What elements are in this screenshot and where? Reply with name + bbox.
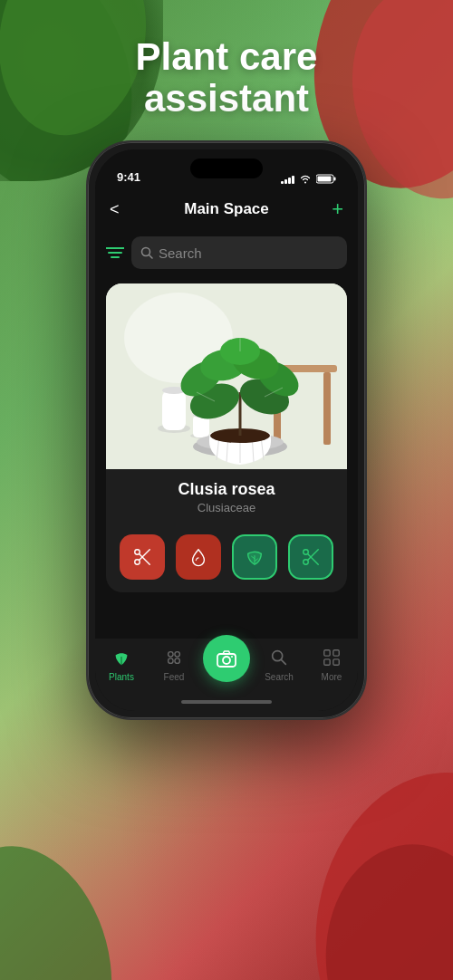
phone-screen: 9:41 (95, 149, 358, 711)
status-icons (281, 174, 336, 184)
svg-line-54 (308, 554, 318, 564)
camera-icon (216, 648, 237, 669)
header-title: Main Space (184, 200, 269, 218)
plant-name: Clusia rosea (120, 480, 333, 499)
leaf-bottom-left-decoration (0, 799, 136, 980)
water-drop-icon (188, 547, 208, 567)
scissors-icon (132, 547, 152, 567)
plant-illustration (106, 283, 347, 469)
feed-nav-icon (162, 646, 186, 669)
plant-family: Clusiaceae (120, 501, 333, 514)
status-bar: 9:41 (95, 149, 358, 189)
svg-point-63 (231, 656, 233, 658)
camera-center-button[interactable] (203, 635, 250, 682)
svg-rect-67 (333, 650, 339, 656)
plants-nav-icon (110, 646, 133, 669)
nav-item-more[interactable]: More (305, 646, 358, 682)
svg-point-62 (223, 657, 230, 664)
nav-item-camera[interactable] (200, 646, 253, 682)
search-nav-icon (267, 646, 291, 669)
add-button[interactable]: + (318, 197, 343, 221)
svg-rect-19 (323, 372, 331, 445)
svg-line-65 (281, 659, 285, 664)
wifi-icon (299, 175, 312, 184)
nav-item-search[interactable]: Search (253, 646, 305, 682)
search-bar-row: Search (95, 229, 358, 276)
nav-item-plants[interactable]: Plants (95, 646, 148, 682)
leaf-icon (245, 547, 265, 567)
action-btn-water[interactable] (176, 534, 221, 580)
dynamic-island (190, 159, 263, 178)
action-btn-scissors[interactable] (120, 534, 165, 580)
filter-icon[interactable] (106, 246, 124, 259)
leaf-bottom-right-decoration (254, 726, 453, 980)
svg-rect-9 (318, 177, 332, 182)
svg-point-4 (0, 827, 136, 980)
main-content: Clusia rosea Clusiaceae (95, 276, 358, 639)
svg-rect-8 (334, 178, 336, 181)
svg-line-14 (149, 255, 153, 259)
signal-icon (281, 175, 294, 184)
battery-icon (316, 174, 336, 184)
svg-rect-68 (324, 659, 330, 665)
header: < Main Space + (95, 189, 358, 229)
feed-nav-label: Feed (164, 672, 185, 682)
svg-rect-66 (324, 650, 330, 656)
svg-point-57 (169, 652, 174, 658)
plants-nav-label: Plants (109, 672, 134, 682)
svg-rect-69 (333, 659, 339, 665)
svg-line-48 (140, 550, 149, 560)
svg-point-60 (175, 658, 180, 664)
nav-item-feed[interactable]: Feed (148, 646, 200, 682)
search-bar[interactable]: Search (131, 236, 347, 269)
plant-card[interactable]: Clusia rosea Clusiaceae (106, 283, 347, 592)
more-nav-icon (320, 646, 343, 669)
action-buttons (106, 527, 347, 592)
action-btn-scissors2[interactable] (288, 534, 333, 580)
app-title: Plant care assistant (0, 36, 453, 120)
status-time: 9:41 (117, 170, 140, 184)
more-nav-label: More (322, 672, 342, 682)
svg-rect-61 (217, 654, 236, 667)
svg-rect-21 (162, 390, 186, 430)
home-indicator (181, 700, 272, 704)
phone-device: 9:41 (86, 140, 367, 720)
search-nav-label: Search (265, 672, 294, 682)
back-button[interactable]: < (110, 200, 135, 219)
svg-line-47 (140, 554, 149, 564)
plant-info: Clusia rosea Clusiaceae (106, 469, 347, 527)
search-icon (140, 246, 153, 259)
action-btn-leaf[interactable] (232, 534, 277, 580)
scissors2-icon (301, 547, 321, 567)
svg-point-59 (169, 658, 174, 664)
svg-point-58 (175, 652, 180, 658)
search-placeholder: Search (159, 245, 202, 261)
svg-line-55 (308, 550, 318, 560)
bottom-nav: Plants Feed (95, 639, 358, 711)
plant-image (106, 283, 347, 469)
